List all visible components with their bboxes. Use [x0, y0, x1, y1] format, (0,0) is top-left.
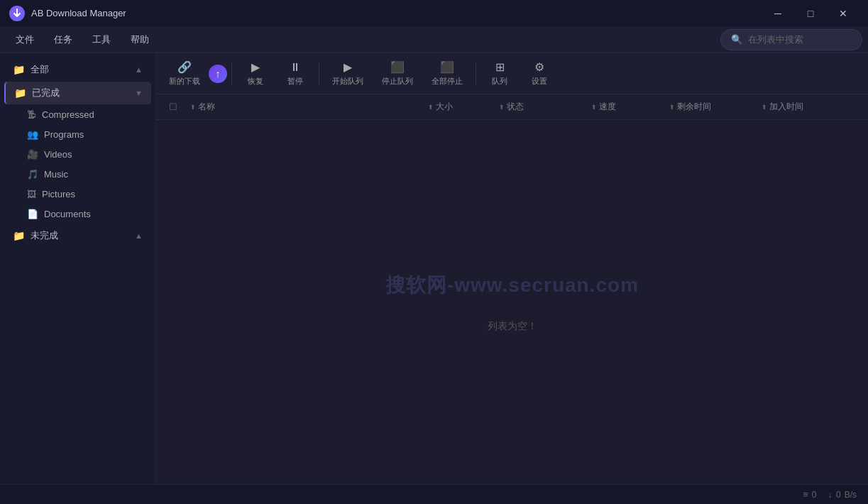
queue-icon: ⊞ — [495, 60, 505, 74]
sidebar-item-compressed[interactable]: 🗜 Compressed — [4, 105, 151, 124]
speed-unit: B/s — [845, 490, 857, 500]
col-status[interactable]: ⬆ 状态 — [493, 101, 586, 113]
close-button[interactable]: ✕ — [827, 0, 859, 26]
new-download-button[interactable]: 🔗 新的下载 — [162, 56, 207, 91]
pause-icon: ⏸ — [290, 61, 301, 74]
sidebar-pictures-label: Pictures — [42, 189, 75, 199]
start-queue-label: 开始队列 — [332, 76, 363, 87]
sidebar-music-label: Music — [44, 169, 68, 180]
sort-icon-remain: ⬆ — [669, 104, 675, 111]
sidebar-all-label: 全部 — [31, 63, 135, 76]
upload-arrow-icon: ↑ — [216, 68, 221, 80]
sidebar-documents-label: Documents — [44, 209, 91, 219]
restore-button[interactable]: ▶ 恢复 — [236, 56, 275, 91]
window-controls: ─ □ ✕ — [762, 0, 859, 26]
sort-icon-speed: ⬆ — [591, 104, 597, 111]
sidebar-item-documents[interactable]: 📄 Documents — [4, 204, 151, 224]
search-input[interactable] — [748, 34, 852, 45]
table-header: ☐ ⬆ 名称 ⬆ 大小 ⬆ 状态 ⬆ 速度 — [156, 94, 868, 120]
empty-list-text: 列表为空！ — [488, 320, 537, 333]
documents-icon: 📄 — [27, 209, 38, 219]
settings-label: 设置 — [532, 76, 547, 87]
sidebar-item-music[interactable]: 🎵 Music — [4, 165, 151, 184]
stop-all-button[interactable]: ⬛ 全部停止 — [423, 56, 471, 91]
folder-icon-completed: 📁 — [14, 87, 26, 99]
restore-icon: ▶ — [251, 60, 260, 74]
menu-help[interactable]: 帮助 — [121, 29, 159, 50]
sidebar-completed-label: 已完成 — [32, 87, 135, 99]
sidebar-compressed-label: Compressed — [42, 109, 94, 120]
queue-count: 0 — [812, 490, 817, 500]
queue-status: ≡ 0 — [803, 489, 816, 500]
settings-icon: ⚙ — [534, 60, 544, 74]
queue-label: 队列 — [492, 76, 507, 87]
chevron-up-icon: ▲ — [135, 65, 143, 74]
sidebar: 📁 全部 ▲ 📁 已完成 ▼ 🗜 Compressed 👥 Programs 🎥… — [0, 53, 156, 484]
sidebar-item-programs[interactable]: 👥 Programs — [4, 125, 151, 144]
sort-icon-added: ⬆ — [762, 104, 767, 111]
videos-icon: 🎥 — [27, 149, 38, 160]
col-remain[interactable]: ⬆ 剩余时间 — [664, 101, 756, 113]
toolbar: 🔗 新的下载 ↑ ▶ 恢复 ⏸ 暂停 ▶ 开始队列 — [156, 53, 868, 94]
chevron-up-icon-incomplete: ▲ — [135, 231, 143, 240]
search-icon: 🔍 — [731, 34, 742, 45]
start-queue-button[interactable]: ▶ 开始队列 — [324, 56, 372, 91]
menu-tools[interactable]: 工具 — [82, 29, 121, 50]
new-download-group: 🔗 新的下载 ↑ — [162, 56, 227, 91]
sort-icon-size: ⬆ — [428, 104, 434, 111]
col-added[interactable]: ⬆ 加入时间 — [756, 101, 862, 113]
menu-task[interactable]: 任务 — [44, 29, 82, 50]
app-title: AB Download Manager — [31, 8, 762, 18]
sidebar-section-all[interactable]: 📁 全部 ▲ — [4, 58, 151, 81]
folder-icon: 📁 — [13, 64, 25, 75]
sort-icon-name: ⬆ — [190, 104, 196, 111]
table-container: ☐ ⬆ 名称 ⬆ 大小 ⬆ 状态 ⬆ 速度 — [156, 94, 868, 484]
search-box[interactable]: 🔍 — [720, 29, 862, 50]
settings-button[interactable]: ⚙ 设置 — [520, 56, 559, 91]
stop-all-icon: ⬛ — [440, 60, 454, 74]
sidebar-incomplete-label: 未完成 — [31, 229, 135, 242]
upload-badge-button[interactable]: ↑ — [209, 65, 227, 83]
separator-1 — [231, 61, 232, 87]
stop-all-label: 全部停止 — [432, 76, 463, 87]
sidebar-videos-label: Videos — [44, 149, 72, 160]
minimize-button[interactable]: ─ — [762, 0, 794, 26]
titlebar: AB Download Manager ─ □ ✕ — [0, 0, 868, 26]
start-queue-icon: ▶ — [344, 60, 352, 74]
select-all-checkbox[interactable]: ☐ — [162, 102, 185, 112]
menubar: 文件 任务 工具 帮助 🔍 — [0, 26, 868, 53]
sidebar-section-incomplete[interactable]: 📁 未完成 ▲ — [4, 224, 151, 247]
content-area: 🔗 新的下载 ↑ ▶ 恢复 ⏸ 暂停 ▶ 开始队列 — [156, 53, 868, 484]
pause-button[interactable]: ⏸ 暂停 — [276, 57, 314, 91]
stop-queue-label: 停止队列 — [382, 76, 413, 87]
link-icon: 🔗 — [177, 60, 192, 74]
menu-file[interactable]: 文件 — [6, 29, 44, 50]
sort-icon-status: ⬆ — [499, 104, 505, 111]
speed-status: ↓ 0 B/s — [828, 489, 857, 500]
sidebar-item-pictures[interactable]: 🖼 Pictures — [4, 185, 151, 204]
maximize-button[interactable]: □ — [794, 0, 827, 26]
statusbar: ≡ 0 ↓ 0 B/s — [0, 484, 868, 504]
chevron-down-icon: ▼ — [135, 89, 143, 97]
queue-button[interactable]: ⊞ 队列 — [480, 56, 519, 91]
programs-icon: 👥 — [27, 129, 38, 140]
download-speed-icon: ↓ — [828, 489, 833, 500]
restore-label: 恢复 — [248, 76, 263, 87]
sidebar-item-videos[interactable]: 🎥 Videos — [4, 145, 151, 164]
empty-state: 搜软网-www.secruan.com 列表为空！ — [156, 120, 868, 484]
col-speed[interactable]: ⬆ 速度 — [586, 101, 664, 113]
new-download-label: 新的下载 — [169, 76, 200, 87]
separator-3 — [476, 61, 476, 87]
pictures-icon: 🖼 — [27, 189, 36, 199]
main-layout: 📁 全部 ▲ 📁 已完成 ▼ 🗜 Compressed 👥 Programs 🎥… — [0, 53, 868, 484]
pause-label: 暂停 — [287, 76, 303, 87]
queue-status-icon: ≡ — [803, 489, 808, 500]
separator-2 — [319, 61, 319, 87]
app-logo — [9, 5, 26, 22]
stop-queue-icon: ⬛ — [390, 60, 405, 74]
col-size[interactable]: ⬆ 大小 — [422, 101, 493, 113]
stop-queue-button[interactable]: ⬛ 停止队列 — [373, 56, 422, 91]
music-icon: 🎵 — [27, 169, 38, 180]
sidebar-section-completed[interactable]: 📁 已完成 ▼ — [4, 82, 151, 104]
col-name[interactable]: ⬆ 名称 — [185, 101, 422, 113]
